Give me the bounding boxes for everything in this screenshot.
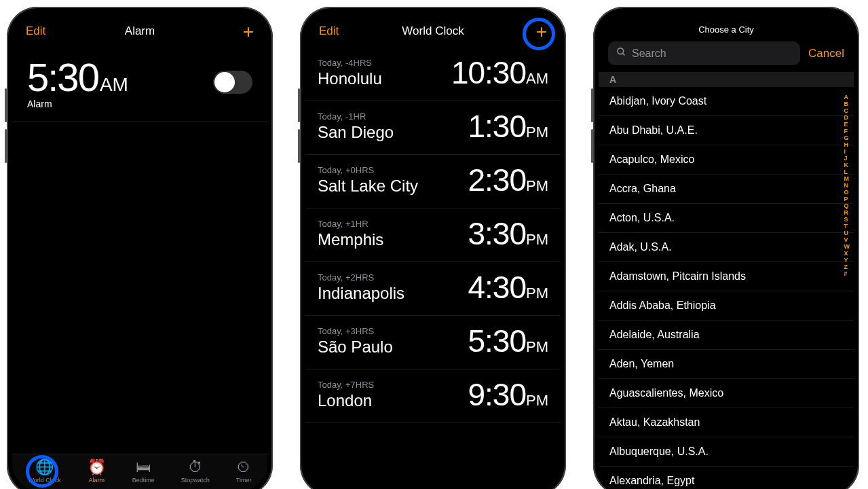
index-letter[interactable]: S <box>844 216 850 223</box>
index-letter[interactable]: C <box>844 107 850 114</box>
world-clock-list[interactable]: Today, -4HRSHonolulu10:30AMToday, -1HRSa… <box>305 48 561 489</box>
svg-point-0 <box>618 48 624 54</box>
city-name: Indianapolis <box>318 284 404 303</box>
index-letter[interactable]: I <box>844 148 850 155</box>
index-letter[interactable]: W <box>844 243 850 250</box>
alarm-ampm: AM <box>100 74 128 96</box>
city-meta: Today, +0HRS <box>318 165 418 175</box>
cancel-button[interactable]: Cancel <box>808 47 844 60</box>
index-letter[interactable]: N <box>844 182 850 189</box>
index-letter[interactable]: J <box>844 155 850 162</box>
tab-label: World Clock <box>28 477 60 484</box>
tab-label: Stopwatch <box>181 477 210 484</box>
tab-bedtime[interactable]: 🛏Bedtime <box>132 460 155 484</box>
index-letter[interactable]: A <box>844 94 850 101</box>
alphabet-index[interactable]: ABCDEFGHIJKLMNOPQRSTUVWXYZ# <box>844 94 850 277</box>
section-header: A <box>599 72 854 87</box>
page-title: Alarm <box>125 24 155 38</box>
world-clock-row[interactable]: Today, +7HRSLondon9:30PM <box>305 369 561 423</box>
index-letter[interactable]: T <box>844 223 850 230</box>
index-letter[interactable]: Y <box>844 257 850 264</box>
city-time: 2:30PM <box>468 162 548 198</box>
tab-label: Timer <box>236 477 252 484</box>
screen: Edit World Clock + Today, -4HRSHonolulu1… <box>305 12 561 489</box>
index-letter[interactable]: G <box>844 134 850 141</box>
index-letter[interactable]: B <box>844 101 850 107</box>
index-letter[interactable]: P <box>844 196 850 202</box>
world-clock-row[interactable]: Today, +3HRSSão Paulo5:30PM <box>305 316 561 369</box>
index-letter[interactable]: M <box>844 175 850 182</box>
index-letter[interactable]: F <box>844 128 850 134</box>
world-clock-row[interactable]: Today, +0HRSSalt Lake City2:30PM <box>305 155 561 209</box>
index-letter[interactable]: K <box>844 162 850 168</box>
world-clock-row[interactable]: Today, -4HRSHonolulu10:30AM <box>305 48 561 101</box>
index-letter[interactable]: R <box>844 209 850 216</box>
tab-timer[interactable]: ⏲Timer <box>236 460 252 484</box>
index-letter[interactable]: L <box>844 168 850 175</box>
add-alarm-button[interactable]: + <box>220 26 254 37</box>
city-option[interactable]: Adak, U.S.A. <box>599 233 854 262</box>
screen: Edit Alarm + 5:30 AM Alarm 🌐World Clock⏰… <box>12 12 267 489</box>
phone-world-clock: Edit World Clock + Today, -4HRSHonolulu1… <box>300 7 566 489</box>
city-time: 3:30PM <box>468 215 548 252</box>
city-option[interactable]: Abu Dhabi, U.A.E. <box>599 116 854 145</box>
city-option[interactable]: Alexandria, Egypt <box>599 467 854 489</box>
city-option[interactable]: Albuquerque, U.S.A. <box>599 437 854 467</box>
nav-bar: Edit World Clock + <box>305 12 561 48</box>
city-option[interactable]: Aden, Yemen <box>599 350 854 379</box>
world-clock-icon: 🌐 <box>35 460 54 475</box>
city-option[interactable]: Acapulco, Mexico <box>599 145 854 175</box>
alarm-time-value: 5:30 <box>27 54 98 100</box>
index-letter[interactable]: D <box>844 114 850 121</box>
edit-button[interactable]: Edit <box>319 24 353 38</box>
tab-label: Bedtime <box>132 477 155 484</box>
alarm-time: 5:30 AM <box>27 54 128 100</box>
city-name: Salt Lake City <box>318 177 418 196</box>
phone-alarm: Edit Alarm + 5:30 AM Alarm 🌐World Clock⏰… <box>7 7 273 489</box>
tab-alarm[interactable]: ⏰Alarm <box>88 460 106 484</box>
svg-line-1 <box>622 53 624 55</box>
city-meta: Today, +2HRS <box>318 272 404 283</box>
city-meta: Today, +3HRS <box>318 326 393 336</box>
city-option[interactable]: Acton, U.S.A. <box>599 204 854 233</box>
index-letter[interactable]: Z <box>844 264 850 270</box>
city-option[interactable]: Adelaide, Australia <box>599 321 854 350</box>
city-option[interactable]: Aguascalientes, Mexico <box>599 379 854 408</box>
picker-title: Choose a City <box>599 12 854 41</box>
city-option[interactable]: Abidjan, Ivory Coast <box>599 87 854 116</box>
city-meta: Today, +7HRS <box>318 380 374 390</box>
city-name: São Paulo <box>318 338 393 357</box>
index-letter[interactable]: Q <box>844 202 850 209</box>
index-letter[interactable]: E <box>844 121 850 128</box>
world-clock-row[interactable]: Today, +1HRMemphis3:30PM <box>305 209 561 262</box>
timer-icon: ⏲ <box>236 460 251 475</box>
edit-button[interactable]: Edit <box>26 24 60 38</box>
tab-world-clock[interactable]: 🌐World Clock <box>28 460 60 484</box>
city-name: London <box>318 391 374 410</box>
alarm-icon: ⏰ <box>88 460 106 475</box>
city-time: 10:30AM <box>451 54 548 91</box>
city-option[interactable]: Accra, Ghana <box>599 175 854 204</box>
nav-bar: Edit Alarm + <box>12 12 267 48</box>
tab-bar: 🌐World Clock⏰Alarm🛏Bedtime⏱Stopwatch⏲Tim… <box>12 454 267 489</box>
add-city-button[interactable]: + <box>513 26 547 37</box>
city-meta: Today, -1HR <box>318 111 394 122</box>
city-list[interactable]: Abidjan, Ivory CoastAbu Dhabi, U.A.E.Aca… <box>599 87 854 489</box>
index-letter[interactable]: O <box>844 189 850 196</box>
city-option[interactable]: Addis Ababa, Ethiopia <box>599 291 854 321</box>
tab-stopwatch[interactable]: ⏱Stopwatch <box>181 460 210 484</box>
city-meta: Today, +1HR <box>318 219 383 229</box>
index-letter[interactable]: X <box>844 250 850 257</box>
index-letter[interactable]: U <box>844 230 850 236</box>
alarm-toggle[interactable] <box>213 71 252 94</box>
world-clock-row[interactable]: Today, -1HRSan Diego1:30PM <box>305 101 561 155</box>
index-letter[interactable]: H <box>844 141 850 148</box>
world-clock-row[interactable]: Today, +2HRSIndianapolis4:30PM <box>305 262 561 316</box>
index-letter[interactable]: V <box>844 236 850 243</box>
city-option[interactable]: Adamstown, Pitcairn Islands <box>599 262 854 291</box>
search-input[interactable]: Search <box>608 41 800 65</box>
index-letter[interactable]: # <box>844 270 850 277</box>
city-option[interactable]: Aktau, Kazakhstan <box>599 408 854 437</box>
alarm-row[interactable]: 5:30 AM Alarm <box>12 48 267 122</box>
city-meta: Today, -4HRS <box>318 58 382 68</box>
